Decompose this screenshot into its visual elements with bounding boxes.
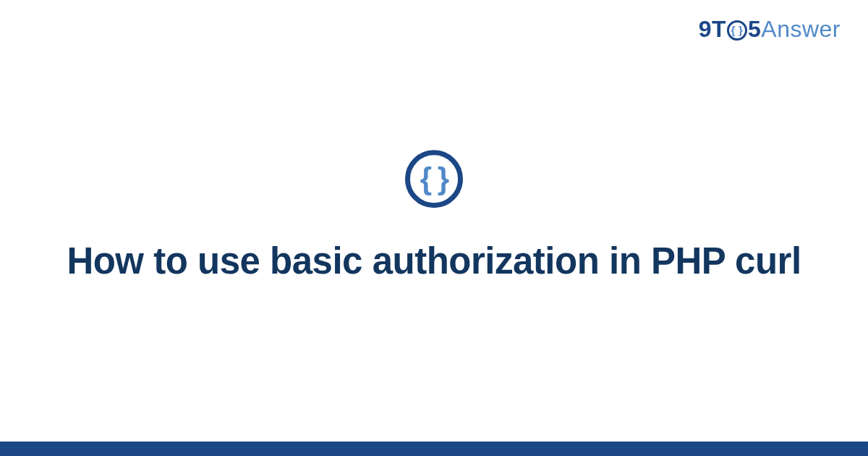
logo-braces-inner: { }	[731, 25, 743, 35]
logo-braces-icon: { }	[727, 20, 747, 41]
code-braces-icon: { }	[405, 150, 463, 208]
site-logo: 9T { } 5 Answer	[699, 16, 841, 43]
bottom-accent-bar	[0, 442, 868, 456]
braces-glyph: { }	[420, 164, 448, 194]
logo-text-answer: Answer	[761, 16, 841, 43]
logo-text-5: 5	[748, 16, 761, 43]
logo-text-9t: 9T	[699, 16, 726, 43]
main-content: { } How to use basic authorization in PH…	[0, 150, 868, 284]
page-title: How to use basic authorization in PHP cu…	[43, 238, 825, 284]
